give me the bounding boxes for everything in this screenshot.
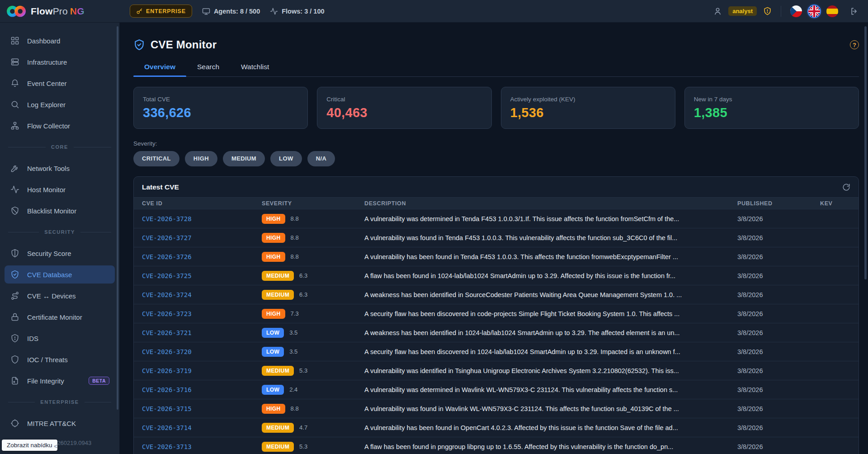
cve-id-link[interactable]: CVE-2026-3725 — [142, 272, 262, 279]
tab-overview[interactable]: Overview — [133, 63, 186, 76]
lock-icon — [10, 312, 20, 322]
stat-label: Critical — [326, 96, 482, 103]
uk-flag[interactable] — [808, 5, 820, 17]
cve-id-link[interactable]: CVE-2026-3719 — [142, 367, 262, 374]
sidebar-item-event-center[interactable]: Event Center — [5, 74, 115, 92]
sidebar-item-host-monitor[interactable]: Host Monitor — [5, 180, 115, 199]
route-icon — [10, 291, 20, 301]
severity-badge: HIGH — [262, 214, 285, 224]
cve-id-link[interactable]: CVE-2026-3713 — [142, 443, 262, 450]
cve-id-link[interactable]: CVE-2026-3715 — [142, 405, 262, 412]
cve-id-link[interactable]: CVE-2026-3724 — [142, 291, 262, 298]
panel-title: Latest CVE — [142, 183, 179, 191]
severity-chip-high[interactable]: HIGH — [185, 151, 217, 166]
stat-label: Total CVE — [143, 96, 298, 103]
sidebar-item-ioc-threats[interactable]: IOC / Threats — [5, 350, 115, 369]
sidebar-item-label: Log Explorer — [27, 101, 66, 109]
cve-id-link[interactable]: CVE-2026-3728 — [142, 215, 262, 222]
wrench-icon — [10, 163, 20, 173]
cvss-score: 8.8 — [291, 253, 299, 260]
shield-check-icon — [133, 39, 145, 51]
brand: FlowProNG — [0, 5, 120, 18]
cve-description: A vulnerability has been found in OpenCa… — [364, 424, 737, 431]
severity-badge: HIGH — [262, 404, 285, 414]
tab-bar: OverviewSearchWatchlist — [133, 63, 859, 77]
role-badge: analyst — [728, 6, 757, 16]
sidebar-item-network-tools[interactable]: Network Tools — [5, 159, 115, 177]
refresh-icon[interactable] — [842, 183, 850, 191]
file-icon — [10, 376, 20, 386]
tab-search[interactable]: Search — [186, 63, 230, 76]
cve-id-link[interactable]: CVE-2026-3716 — [142, 386, 262, 393]
table-row: CVE-2026-3725MEDIUM6.3A flaw has been fo… — [134, 266, 859, 285]
collapse-sidebar-icon[interactable]: < — [54, 442, 58, 450]
severity-chip-medium[interactable]: MEDIUM — [223, 151, 265, 166]
sidebar-item-flow-collector[interactable]: Flow Collector — [5, 117, 115, 135]
table-row: CVE-2026-3714MEDIUM4.7A vulnerability ha… — [134, 418, 859, 437]
cve-id-link[interactable]: CVE-2026-3726 — [142, 253, 262, 260]
cve-id-link[interactable]: CVE-2026-3714 — [142, 424, 262, 431]
shield-alert-icon[interactable] — [763, 7, 772, 15]
sidebar-item-label: Dashboard — [27, 37, 60, 45]
cvss-score: 3.5 — [289, 348, 297, 355]
severity-cell: HIGH8.8 — [262, 252, 364, 262]
sidebar-item-blacklist-monitor[interactable]: Blacklist Monitor — [5, 202, 115, 220]
cve-id-link[interactable]: CVE-2026-3720 — [142, 348, 262, 355]
activity-icon — [270, 7, 278, 15]
cve-description: A vulnerability was identified in Tsingh… — [364, 367, 737, 374]
table-row: CVE-2026-3716LOW2.4A vulnerability was d… — [134, 380, 859, 399]
logout-icon[interactable] — [850, 7, 859, 16]
help-icon[interactable]: ? — [850, 40, 859, 49]
collapse-tooltip: Zobrazit nabídku — [2, 440, 57, 451]
enterprise-label: ENTERPRISE — [146, 8, 186, 14]
sidebar-item-ids[interactable]: IDS — [5, 329, 115, 347]
page-title: CVE Monitor — [151, 38, 217, 51]
severity-cell: MEDIUM5.3 — [262, 442, 364, 452]
user-icon[interactable] — [713, 7, 722, 15]
cve-description: A vulnerability was determined in Tenda … — [364, 215, 737, 222]
sidebar-item-dashboard[interactable]: Dashboard — [5, 32, 115, 50]
severity-cell: MEDIUM6.3 — [262, 290, 364, 300]
main-scrollbar[interactable] — [864, 26, 867, 279]
severity-badge: MEDIUM — [262, 366, 294, 376]
published-date: 3/8/2026 — [737, 367, 820, 374]
shield-alert-icon — [10, 333, 20, 343]
stat-card-total-cve: Total CVE336,626 — [133, 87, 308, 129]
sidebar-item-cve-database[interactable]: CVE Database — [5, 265, 115, 284]
cve-id-link[interactable]: CVE-2026-3723 — [142, 310, 262, 317]
czech-flag[interactable] — [790, 5, 802, 17]
infinity-logo-icon — [6, 5, 26, 18]
sidebar-item-mitre-att-ck[interactable]: MITRE ATT&CK — [5, 414, 115, 432]
sidebar-item-log-explorer[interactable]: Log Explorer — [5, 95, 115, 114]
spanish-flag[interactable] — [826, 5, 838, 17]
stat-card-critical: Critical40,463 — [317, 87, 491, 129]
cvss-score: 6.3 — [299, 272, 307, 279]
sidebar-scrollbar[interactable] — [117, 26, 118, 410]
stat-label: New in 7 days — [694, 96, 849, 103]
sidebar-item-infrastructure[interactable]: Infrastructure — [5, 53, 115, 71]
column-header-cve-id: CVE ID — [142, 200, 262, 207]
cvss-score: 8.8 — [291, 234, 299, 241]
severity-chip-na[interactable]: N/A — [307, 151, 335, 166]
severity-chip-low[interactable]: LOW — [270, 151, 302, 166]
enterprise-badge: ENTERPRISE — [130, 5, 192, 18]
tab-watchlist[interactable]: Watchlist — [230, 63, 280, 76]
cve-id-link[interactable]: CVE-2026-3721 — [142, 329, 262, 336]
severity-badge: MEDIUM — [262, 423, 294, 433]
sidebar-item-cve-devices[interactable]: CVE ↔ Devices — [5, 287, 115, 305]
sidebar-item-security-score[interactable]: Security Score — [5, 244, 115, 262]
stat-value: 1,385 — [694, 105, 849, 120]
stat-value: 336,626 — [143, 105, 298, 120]
sidebar-item-label: Security Score — [27, 250, 71, 257]
network-icon — [10, 121, 20, 131]
shield-icon — [10, 355, 20, 364]
sidebar-item-file-integrity[interactable]: File IntegrityBETA — [5, 372, 115, 390]
severity-cell: LOW2.4 — [262, 385, 364, 395]
severity-cell: MEDIUM5.3 — [262, 366, 364, 376]
cvss-score: 4.7 — [299, 424, 307, 431]
published-date: 3/8/2026 — [737, 386, 820, 393]
severity-chip-critical[interactable]: CRITICAL — [133, 151, 179, 166]
cve-id-link[interactable]: CVE-2026-3727 — [142, 234, 262, 241]
published-date: 3/8/2026 — [737, 272, 820, 279]
sidebar-item-certificate-monitor[interactable]: Certificate Monitor — [5, 308, 115, 326]
